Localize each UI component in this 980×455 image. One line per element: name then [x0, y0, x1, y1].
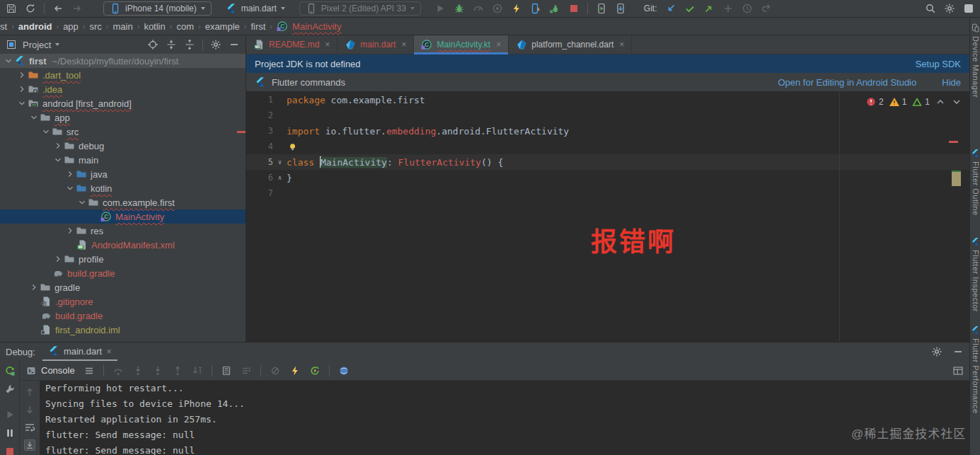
- collapse-all-icon[interactable]: [184, 39, 195, 50]
- code-line-4[interactable]: 4: [246, 139, 969, 154]
- resume-icon[interactable]: [4, 409, 16, 420]
- hide-panel-icon[interactable]: [229, 39, 240, 50]
- debug-button[interactable]: [454, 3, 465, 14]
- tree-root-first[interactable]: first ~/Desktop/myflutter/douyin/first: [0, 54, 246, 68]
- tree-item-.idea[interactable]: .idea: [0, 82, 246, 96]
- next-occurrence-icon[interactable]: [24, 404, 35, 415]
- tree-item-androidmanifest.xml[interactable]: MFAndroidManifest.xml: [0, 238, 246, 252]
- close-tab-icon[interactable]: ×: [619, 40, 624, 50]
- tool-window-tab-flutter-performance[interactable]: Flutter Performance: [970, 326, 980, 414]
- search-icon[interactable]: [925, 3, 936, 14]
- breadcrumb-item-kotlin[interactable]: kotlin: [144, 21, 165, 32]
- tree-item-main[interactable]: main: [0, 153, 246, 167]
- step-over-icon[interactable]: [113, 365, 124, 376]
- flutter-hot-reload-button[interactable]: [511, 3, 522, 14]
- tree-item-build.gradle[interactable]: build.gradle: [0, 309, 246, 323]
- debug-settings-icon[interactable]: [931, 346, 942, 357]
- close-tab-icon[interactable]: ×: [401, 40, 406, 50]
- git-diff-icon[interactable]: [722, 3, 734, 14]
- tree-item-.dart-tool[interactable]: .dart_tool: [0, 68, 246, 82]
- breadcrumb-item-st[interactable]: st: [0, 21, 7, 32]
- git-push-icon[interactable]: [703, 3, 715, 14]
- tree-item-build.gradle[interactable]: build.gradle: [0, 266, 246, 280]
- threads-menu-icon[interactable]: [83, 365, 95, 376]
- chevron-down-icon[interactable]: [40, 127, 52, 137]
- console-output[interactable]: Performing hot restart...Syncing files t…: [40, 381, 969, 455]
- locate-file-icon[interactable]: [147, 39, 158, 50]
- tree-item-android-first-android-[interactable]: android [first_android]: [0, 96, 246, 110]
- tree-item-.gitignore[interactable]: .gitignore: [0, 294, 246, 309]
- avatar[interactable]: [963, 3, 974, 14]
- panel-settings-icon[interactable]: [210, 39, 221, 50]
- tree-item-res[interactable]: res: [0, 224, 246, 238]
- chevron-down-icon[interactable]: [76, 197, 88, 207]
- chevron-down-icon[interactable]: [16, 98, 28, 108]
- code-line-2[interactable]: 2: [246, 108, 969, 123]
- intention-bulb-icon[interactable]: [287, 141, 298, 152]
- sync-icon[interactable]: [25, 3, 36, 14]
- tree-item-first-android.iml[interactable]: first_android.iml: [0, 323, 246, 337]
- code-line-5[interactable]: 5∨class MainActivity: FlutterActivity() …: [246, 154, 969, 170]
- chevron-right-icon[interactable]: [28, 282, 40, 292]
- code-editor[interactable]: 1package com.example.first23import io.fl…: [246, 92, 969, 342]
- debug-session-tab[interactable]: main.dart ×: [42, 342, 117, 361]
- chevron-right-icon[interactable]: [16, 70, 28, 80]
- hot-restart-icon[interactable]: [309, 365, 321, 376]
- back-icon[interactable]: [52, 3, 64, 14]
- restore-layout-icon[interactable]: [952, 365, 964, 376]
- hide-debug-panel-icon[interactable]: [952, 346, 964, 357]
- close-icon[interactable]: ×: [106, 346, 112, 357]
- dart-devtools-icon[interactable]: [338, 365, 350, 376]
- breadcrumb-item-src[interactable]: src: [90, 21, 102, 32]
- stop-icon[interactable]: [4, 446, 16, 455]
- chevron-right-icon[interactable]: [64, 226, 76, 236]
- device-run-icon[interactable]: [596, 3, 607, 14]
- chevron-down-icon[interactable]: [52, 155, 64, 165]
- git-revert-icon[interactable]: [761, 3, 772, 14]
- run-button[interactable]: [434, 3, 446, 14]
- breadcrumb-item-main[interactable]: main: [113, 21, 133, 32]
- editor-tab-platform_channel.dart[interactable]: platform_channel.dart ×: [509, 35, 632, 54]
- run-to-cursor-icon[interactable]: [192, 365, 203, 376]
- tool-window-tab-device-manager[interactable]: Device Manager: [970, 23, 980, 98]
- tree-item-debug[interactable]: debug: [0, 139, 246, 153]
- breadcrumb-item-app[interactable]: app: [63, 21, 79, 32]
- force-step-into-icon[interactable]: [152, 365, 163, 376]
- settings-gear-icon[interactable]: [944, 3, 955, 14]
- profile-button[interactable]: [473, 3, 484, 14]
- tree-item-src[interactable]: src: [0, 125, 246, 139]
- device-file-explorer-icon[interactable]: [615, 3, 626, 14]
- target-device-selector[interactable]: Pixel 2 (Edited) API 33: [299, 1, 421, 16]
- setup-sdk-link[interactable]: Setup SDK: [916, 59, 961, 69]
- prev-occurrence-icon[interactable]: [24, 386, 35, 398]
- breadcrumb-item-mainactivity[interactable]: MainActivity: [292, 21, 341, 32]
- tool-window-tab-flutter-inspector[interactable]: Flutter Inspector: [970, 237, 980, 312]
- scroll-to-end-icon[interactable]: [24, 439, 35, 451]
- attach-debugger-button[interactable]: [549, 3, 560, 14]
- breadcrumb-item-example[interactable]: example: [205, 21, 240, 32]
- git-update-icon[interactable]: [665, 3, 676, 14]
- hot-reload-icon[interactable]: [289, 365, 301, 376]
- editor-tab-main.dart[interactable]: main.dart ×: [338, 35, 414, 54]
- editor-tab-mainactivity.kt[interactable]: C MainActivity.kt ×: [414, 35, 509, 54]
- soft-wrap-icon[interactable]: [24, 422, 35, 433]
- watches-icon[interactable]: [241, 365, 252, 376]
- git-history-icon[interactable]: [742, 3, 753, 14]
- tree-item-app[interactable]: app: [0, 110, 246, 125]
- pause-icon[interactable]: [4, 427, 16, 439]
- stop-button[interactable]: [568, 3, 580, 14]
- device-selector[interactable]: iPhone 14 (mobile): [103, 1, 212, 16]
- scrollbar-highlight-mark[interactable]: [952, 172, 961, 186]
- project-view-selector[interactable]: Project: [23, 40, 59, 50]
- fold-marker-icon[interactable]: ∧: [273, 174, 287, 181]
- breadcrumb-item-android[interactable]: android: [18, 21, 52, 32]
- git-commit-icon[interactable]: [684, 3, 696, 14]
- chevron-down-icon[interactable]: [28, 113, 40, 122]
- editor-tab-readme.md[interactable]: MD README.md ×: [246, 35, 338, 54]
- save-icon[interactable]: [6, 3, 17, 14]
- code-line-3[interactable]: 3import io.flutter.embedding.android.Flu…: [246, 123, 969, 139]
- coverage-button[interactable]: [492, 3, 503, 14]
- close-tab-icon[interactable]: ×: [496, 40, 501, 50]
- tree-item-gradle[interactable]: gradle: [0, 280, 246, 294]
- breadcrumb-item-first[interactable]: first: [250, 21, 265, 32]
